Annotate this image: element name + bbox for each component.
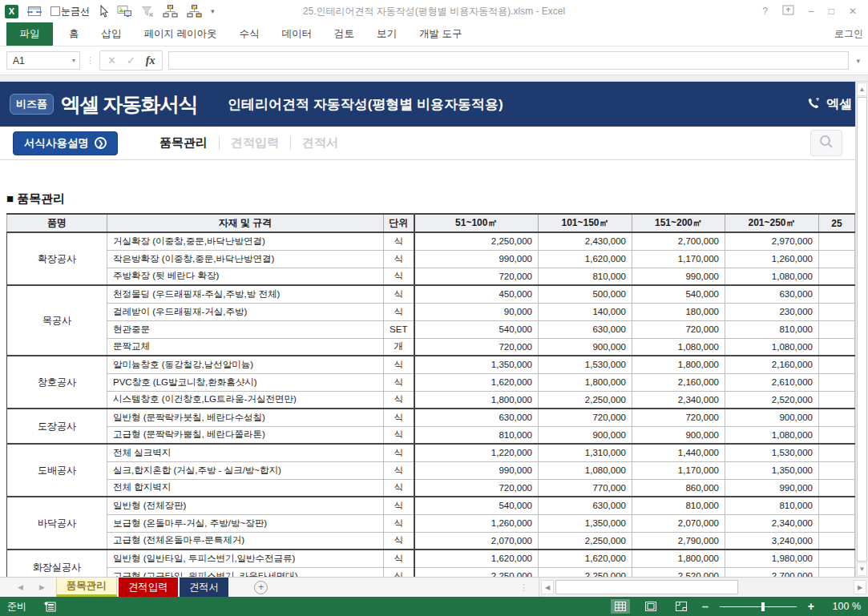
ribbon-tab-3[interactable]: 수식: [228, 22, 270, 46]
price-cell[interactable]: 180,000: [632, 303, 725, 320]
price-cell[interactable]: 1,530,000: [725, 444, 819, 461]
cursor-icon[interactable]: [99, 5, 108, 18]
page-layout-view-button[interactable]: [641, 599, 660, 614]
price-cell[interactable]: 630,000: [539, 497, 632, 514]
price-cell[interactable]: 720,000: [632, 409, 725, 426]
price-cell[interactable]: 2,070,000: [632, 514, 725, 532]
price-cell[interactable]: 810,000: [725, 320, 819, 338]
price-cell[interactable]: 810,000: [414, 426, 539, 444]
qat-customize-dropdown-icon[interactable]: ▾: [211, 7, 215, 15]
price-cell[interactable]: 2,160,000: [725, 356, 819, 373]
price-cell[interactable]: 2,520,000: [725, 391, 819, 409]
spec-cell[interactable]: PVC창호 (LG발코니창,환화홈샷시): [107, 373, 384, 391]
category-cell[interactable]: 목공사: [7, 285, 107, 356]
unit-cell[interactable]: 식: [384, 303, 414, 320]
price-cell[interactable]: 2,160,000: [632, 373, 725, 391]
price-cell[interactable]: 2,520,000: [632, 567, 725, 577]
price-cell-clipped[interactable]: [819, 338, 855, 356]
formula-bar-handle[interactable]: ⋮: [86, 55, 94, 66]
excel-app-icon[interactable]: X: [5, 5, 18, 18]
price-cell[interactable]: 720,000: [539, 409, 632, 426]
ribbon-tab-2[interactable]: 페이지 레이아웃: [133, 22, 228, 46]
price-cell[interactable]: 990,000: [725, 479, 819, 497]
price-cell[interactable]: 540,000: [632, 285, 725, 303]
price-cell-clipped[interactable]: [819, 373, 855, 391]
price-cell[interactable]: 1,260,000: [414, 514, 539, 532]
zoom-in-button[interactable]: +: [808, 600, 814, 613]
column-header-3[interactable]: 51~100㎡: [414, 214, 539, 232]
price-cell-clipped[interactable]: [819, 320, 855, 338]
ribbon-display-options-icon[interactable]: [782, 5, 794, 18]
horizontal-scrollbar[interactable]: ◀ ▶: [539, 578, 868, 597]
price-cell[interactable]: 2,430,000: [539, 232, 632, 250]
zoom-slider-thumb[interactable]: [761, 602, 765, 611]
ribbon-tab-0[interactable]: 홈: [58, 22, 91, 46]
price-cell[interactable]: 2,070,000: [414, 532, 539, 550]
gridlines-checkbox[interactable]: [50, 6, 60, 16]
unit-cell[interactable]: 식: [384, 232, 414, 250]
price-cell[interactable]: 500,000: [539, 285, 632, 303]
price-cell[interactable]: 990,000: [414, 250, 539, 268]
unit-cell[interactable]: 식: [384, 391, 414, 409]
price-cell[interactable]: 1,080,000: [725, 338, 819, 356]
price-cell[interactable]: 1,440,000: [632, 444, 725, 461]
zoom-slider[interactable]: [720, 602, 797, 611]
enter-icon[interactable]: ✓: [127, 54, 135, 66]
price-cell[interactable]: 1,220,000: [414, 444, 539, 461]
scroll-right-icon[interactable]: ▶: [854, 580, 866, 594]
spec-cell[interactable]: 일반형 (일반타일, 투피스변기,일반수전금류): [107, 550, 384, 567]
unit-cell[interactable]: 식: [384, 356, 414, 373]
column-header-0[interactable]: 품명: [7, 214, 107, 232]
price-cell[interactable]: 2,250,000: [539, 532, 632, 550]
price-cell[interactable]: 1,980,000: [725, 550, 819, 567]
spec-cell[interactable]: 알미늄창호 (동강철강,남선알미늄): [107, 356, 384, 373]
price-cell-clipped[interactable]: [819, 444, 855, 461]
ribbon-tab-1[interactable]: 삽입: [91, 22, 133, 46]
price-cell[interactable]: 2,340,000: [725, 514, 819, 532]
spec-cell[interactable]: 현관중문: [107, 320, 384, 338]
unit-cell[interactable]: 식: [384, 514, 414, 532]
ribbon-tab-4[interactable]: 데이터: [270, 22, 323, 46]
vertical-scrollbar-thumb[interactable]: [857, 97, 867, 562]
price-cell[interactable]: 1,530,000: [539, 356, 632, 373]
clear-filter-icon[interactable]: [141, 6, 154, 18]
price-cell[interactable]: 630,000: [539, 320, 632, 338]
price-cell[interactable]: 1,620,000: [539, 250, 632, 268]
price-cell[interactable]: 540,000: [414, 320, 539, 338]
org-chart-alt-icon[interactable]: [187, 5, 202, 18]
unit-cell[interactable]: 개: [384, 338, 414, 356]
spec-cell[interactable]: 고급형 (고급타일, 원피스변기, 카운타세면대): [107, 567, 384, 577]
price-cell[interactable]: 230,000: [725, 303, 819, 320]
column-header-1[interactable]: 자재 및 규격: [107, 214, 384, 232]
unit-cell[interactable]: 식: [384, 550, 414, 567]
price-cell[interactable]: 770,000: [539, 479, 632, 497]
unit-cell[interactable]: 식: [384, 567, 414, 577]
column-header-2[interactable]: 단위: [384, 214, 414, 232]
spec-cell[interactable]: 주방확장 (뒷 베란다 확장): [107, 268, 384, 285]
form-tab-0[interactable]: 품목관리: [148, 135, 219, 151]
category-cell[interactable]: 확장공사: [7, 232, 107, 285]
spec-cell[interactable]: 걸레받이 (우드래핑재-거실,주방): [107, 303, 384, 320]
column-header-6[interactable]: 201~250㎡: [725, 214, 819, 232]
price-cell[interactable]: 540,000: [414, 497, 539, 514]
price-cell[interactable]: 1,080,000: [539, 461, 632, 479]
spec-cell[interactable]: 문짝교체: [107, 338, 384, 356]
form-tab-1[interactable]: 견적입력: [220, 135, 290, 151]
category-cell[interactable]: 창호공사: [7, 356, 107, 409]
unit-cell[interactable]: 식: [384, 285, 414, 303]
price-cell[interactable]: 2,250,000: [414, 232, 539, 250]
price-cell-clipped[interactable]: [819, 409, 855, 426]
unit-cell[interactable]: 식: [384, 479, 414, 497]
price-cell[interactable]: 2,250,000: [539, 567, 632, 577]
price-cell[interactable]: 1,080,000: [725, 268, 819, 285]
spec-cell[interactable]: 천정몰딩 (우드래핑재-주실,주방,방 전체): [107, 285, 384, 303]
price-cell-clipped[interactable]: [819, 356, 855, 373]
price-cell[interactable]: 1,800,000: [632, 356, 725, 373]
unit-cell[interactable]: 식: [384, 409, 414, 426]
price-cell[interactable]: 1,350,000: [414, 356, 539, 373]
ribbon-tab-file[interactable]: 파일: [6, 22, 53, 46]
unit-cell[interactable]: 식: [384, 268, 414, 285]
unit-cell[interactable]: SET: [384, 320, 414, 338]
price-cell[interactable]: 810,000: [539, 268, 632, 285]
price-cell-clipped[interactable]: [819, 550, 855, 567]
